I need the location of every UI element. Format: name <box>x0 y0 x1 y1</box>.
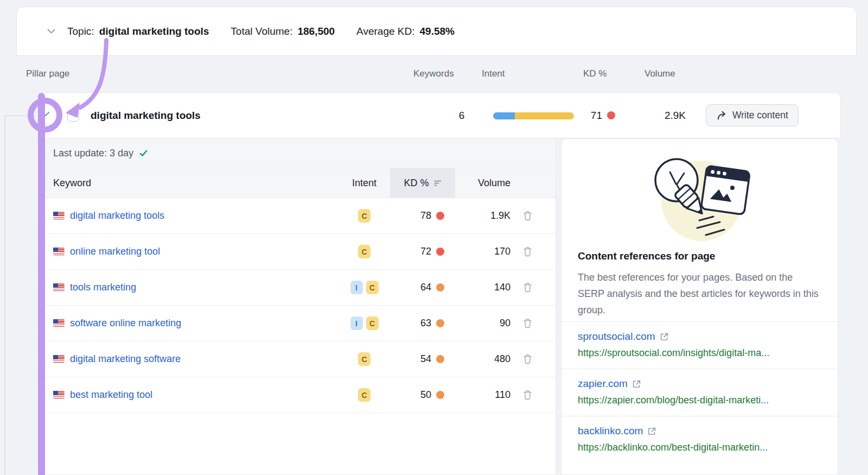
intent-badge-commercial: C <box>358 209 371 223</box>
kd-value: 72 <box>420 246 431 257</box>
volume-value: 140 <box>455 270 515 305</box>
delete-keyword-button[interactable] <box>523 390 532 400</box>
intent-badge-informational: I <box>350 281 363 294</box>
average-kd-value: 49.58% <box>420 26 455 37</box>
total-volume: Total Volume: 186,500 <box>231 26 335 37</box>
volume-value: 1.9K <box>455 198 515 233</box>
pillar-keywords-count: 6 <box>455 93 468 138</box>
write-content-label: Write content <box>732 110 788 121</box>
keyword-table-header: Keyword Intent KD % Volume <box>39 168 556 198</box>
last-update-bar: Last update: 3 day <box>39 138 556 168</box>
column-header-kd: KD % <box>583 68 607 79</box>
average-kd: Average KD: 49.58% <box>356 26 455 37</box>
header-kd-sort[interactable]: KD % <box>390 168 455 198</box>
delete-keyword-button[interactable] <box>523 318 532 328</box>
kd-difficulty-dot <box>436 212 444 220</box>
us-flag-icon <box>53 212 65 220</box>
topic-name: Topic: digital marketing tools <box>67 26 209 37</box>
redirect-arrow-icon <box>716 110 727 121</box>
external-link-icon <box>647 427 656 436</box>
keyword-table-panel: Last update: 3 day Keyword Intent KD % V… <box>38 138 556 475</box>
reference-domain-link[interactable]: backlinko.com <box>578 425 643 437</box>
volume-value: 110 <box>455 377 515 413</box>
last-update-text: Last update: 3 day <box>53 148 133 159</box>
volume-value: 170 <box>455 234 515 269</box>
pillar-expand-chevron-icon[interactable] <box>41 111 50 117</box>
keyword-link[interactable]: software online marketing <box>53 318 181 329</box>
reference-item: zapier.com https://zapier.com/blog/best-… <box>561 369 838 416</box>
column-header-intent: Intent <box>482 68 505 79</box>
intent-badge-commercial: C <box>366 316 379 330</box>
keyword-row: tools marketing I C 64 140 <box>39 270 556 306</box>
reference-domain-link[interactable]: sproutsocial.com <box>578 331 655 343</box>
keyword-text: software online marketing <box>70 318 181 329</box>
pillar-volume-value: 2.9K <box>646 93 686 138</box>
delete-keyword-button[interactable] <box>523 246 532 257</box>
keyword-link[interactable]: digital marketing tools <box>53 210 164 221</box>
intent-badge-commercial: C <box>358 245 371 258</box>
kd-difficulty-dot <box>436 283 444 292</box>
reference-item: sproutsocial.com https://sproutsocial.co… <box>561 321 838 369</box>
topic-header-card: Topic: digital marketing tools Total Vol… <box>16 7 857 56</box>
delete-keyword-button[interactable] <box>523 282 532 293</box>
intent-informational-segment <box>493 112 515 119</box>
us-flag-icon <box>53 391 65 399</box>
kd-difficulty-dot <box>436 248 444 256</box>
kd-value: 63 <box>420 318 431 329</box>
keyword-text: best marketing tool <box>70 389 152 401</box>
pillar-kd-cell: 71 <box>559 93 615 138</box>
us-flag-icon <box>53 283 65 292</box>
reference-url: https://zapier.com/blog/best-digital-mar… <box>578 395 821 406</box>
kd-difficulty-dot <box>436 355 444 363</box>
pillar-row-checkbox[interactable] <box>67 110 79 122</box>
kd-value: 64 <box>420 282 431 293</box>
header-kd-label: KD % <box>404 178 429 189</box>
topical-map-page: Topic: digital marketing tools Total Vol… <box>0 0 868 475</box>
topic-label: Topic: <box>67 26 94 37</box>
external-link-icon <box>632 379 641 389</box>
keyword-text: tools marketing <box>70 282 136 293</box>
delete-keyword-button[interactable] <box>523 211 532 221</box>
pillar-page-title: digital marketing tools <box>91 93 201 138</box>
references-list: sproutsocial.com https://sproutsocial.co… <box>561 321 838 463</box>
kd-difficulty-dot <box>607 111 615 119</box>
references-illustration <box>643 153 757 246</box>
keyword-row: digital marketing software C 54 480 <box>39 341 556 377</box>
kd-value: 78 <box>420 210 431 221</box>
keyword-row: digital marketing tools C 78 1.9K <box>39 198 556 234</box>
references-title: Content references for page <box>578 250 715 262</box>
intent-badge-informational: I <box>350 316 363 330</box>
reference-item: backlinko.com https://backlinko.com/best… <box>561 416 838 463</box>
topic-collapse-chevron-icon[interactable] <box>47 28 56 34</box>
kd-value: 54 <box>420 353 431 365</box>
keyword-text: online marketing tool <box>70 246 160 257</box>
kd-value: 50 <box>420 389 431 401</box>
intent-badge-commercial: C <box>358 352 371 366</box>
sort-descending-icon <box>434 180 442 186</box>
pillar-page-row: digital marketing tools 6 71 2.9K Write … <box>38 92 841 138</box>
reference-domain-link[interactable]: zapier.com <box>578 378 628 390</box>
external-link-icon <box>660 332 669 341</box>
average-kd-label: Average KD: <box>356 26 414 37</box>
header-volume: Volume <box>455 168 515 198</box>
us-flag-icon <box>53 319 65 327</box>
column-header-pillar-page: Pillar page <box>26 68 69 79</box>
keyword-row: online marketing tool C 72 170 <box>39 234 556 270</box>
header-intent: Intent <box>339 168 390 198</box>
keyword-link[interactable]: digital marketing software <box>53 353 181 365</box>
total-volume-label: Total Volume: <box>231 26 292 37</box>
reference-url: https://sproutsocial.com/insights/digita… <box>578 347 821 359</box>
total-volume-value: 186,500 <box>297 26 335 37</box>
topic-value: digital marketing tools <box>99 26 209 37</box>
references-description: The best references for your pages. Base… <box>578 269 821 318</box>
keyword-link[interactable]: online marketing tool <box>53 246 160 257</box>
keyword-link[interactable]: best marketing tool <box>53 389 152 401</box>
keyword-link[interactable]: tools marketing <box>53 282 136 293</box>
intent-badge-commercial: C <box>366 281 379 294</box>
intent-badge-commercial: C <box>358 388 371 402</box>
delete-keyword-button[interactable] <box>523 354 532 364</box>
keyword-text: digital marketing tools <box>70 210 164 221</box>
us-flag-icon <box>53 248 65 256</box>
volume-value: 480 <box>455 341 515 377</box>
write-content-button[interactable]: Write content <box>706 104 799 126</box>
